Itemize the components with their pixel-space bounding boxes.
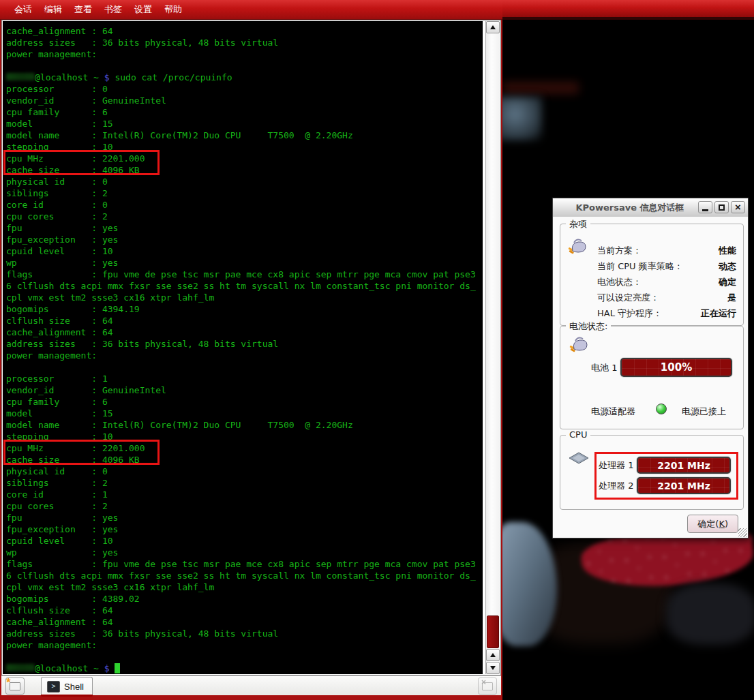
ok-button-accel: K — [719, 519, 725, 529]
misc-info-rows: 当前方案：性能当前 CPU 频率策略：动态电池状态：确定可以设定亮度：是HAL … — [597, 245, 736, 320]
info-row: 当前 CPU 频率策略：动态 — [597, 260, 736, 273]
terminal-line: fpu_exception : yes — [6, 523, 483, 535]
terminal-line: fpu : yes — [6, 222, 483, 234]
dialog-body: 杂项 当前方案：性能当前 CPU 频率策略：动态电池状态：确定可以设定亮度：是H… — [553, 217, 748, 538]
close-button[interactable] — [731, 201, 745, 213]
ok-button[interactable]: 确定(K) — [687, 515, 738, 533]
terminal-line: core id : 0 — [6, 199, 483, 211]
close-icon: × — [481, 678, 486, 687]
tab-shell[interactable]: > Shell — [41, 677, 93, 695]
terminal-line: physical id : 0 — [6, 176, 483, 187]
info-row: 电池状态：确定 — [597, 276, 736, 288]
power-led-icon — [656, 404, 667, 414]
terminal-line: model : 15 — [6, 118, 483, 130]
wallpaper-gray-shape — [666, 583, 754, 645]
terminal-line: processor : 1 — [6, 373, 483, 384]
highlight-box-cpu1-mhz — [3, 440, 160, 465]
ok-button-label-end: ) — [725, 519, 728, 529]
info-row: 可以设定亮度：是 — [597, 292, 736, 304]
battery-percent: 100% — [661, 361, 692, 374]
terminal-line: processor : 0 — [6, 83, 483, 95]
terminal-line: flags : fpu vme de pse tsc msr pae mce c… — [6, 269, 483, 280]
info-row: 当前方案：性能 — [597, 245, 736, 257]
terminal-line: cache_alignment : 64 — [6, 616, 483, 628]
terminal-line: fpu_exception : yes — [6, 234, 483, 245]
terminal-line: flags : fpu vme de pse tsc msr pae mce c… — [6, 558, 483, 570]
wallpaper-blue-fabric — [502, 522, 557, 646]
new-tab-button[interactable]: * — [5, 678, 25, 695]
obscured-username — [6, 73, 35, 80]
minimize-button[interactable] — [698, 201, 712, 213]
terminal-line: cpu cores : 2 — [6, 211, 483, 222]
terminal-line: address sizes : 36 bits physical, 48 bit… — [6, 628, 483, 639]
arrow-down-icon — [490, 666, 496, 670]
arrow-up-icon — [490, 653, 496, 657]
wallpaper-red-smear — [502, 82, 579, 94]
terminal-line: cpl vmx est tm2 ssse3 cx16 xtpr lahf_lm — [6, 581, 483, 593]
terminal-line: cpl vmx est tm2 ssse3 cx16 xtpr lahf_lm — [6, 292, 483, 303]
terminal-frame: cache_alignment : 64address sizes : 36 b… — [1, 20, 501, 675]
terminal-line: cpu cores : 2 — [6, 500, 483, 512]
window-controls — [698, 201, 745, 213]
close-tab-button[interactable]: × — [478, 678, 497, 695]
info-row: HAL 守护程序：正在运行 — [597, 307, 736, 320]
close-session-icon: × — [482, 682, 493, 690]
power-plug-icon — [569, 336, 589, 354]
terminal-line: clflush size : 64 — [6, 605, 483, 616]
misc-group-title: 杂项 — [566, 218, 590, 230]
terminal-icon: > — [47, 681, 60, 693]
terminal-line: power management: — [6, 350, 483, 361]
adapter-label: 电源适配器 — [591, 406, 635, 418]
misc-group: 杂项 当前方案：性能当前 CPU 频率策略：动态电池状态：确定可以设定亮度：是H… — [560, 224, 744, 326]
arrow-up-icon — [490, 25, 496, 29]
battery-progressbar: 100% — [620, 358, 732, 377]
terminal-line: model : 15 — [6, 408, 483, 419]
terminal-line: address sizes : 36 bits physical, 48 bit… — [6, 37, 483, 48]
kpowersave-plug-icon — [567, 238, 588, 256]
dialog-titlebar[interactable]: KPowersave 信息对话框 — [553, 198, 748, 217]
terminal-screen[interactable]: cache_alignment : 64address sizes : 36 b… — [3, 21, 483, 674]
terminal-line: fpu : yes — [6, 512, 483, 523]
background-window-menubar — [502, 0, 754, 20]
menu-item-edit[interactable]: 编辑 — [38, 0, 68, 19]
resize-grip[interactable] — [738, 528, 747, 537]
menu-item-settings[interactable]: 设置 — [128, 0, 158, 19]
terminal-scrollbar[interactable] — [485, 21, 500, 674]
terminal-line: @localhost ~ $ sudo cat /proc/cpuinfo — [6, 72, 483, 83]
terminal-line: model name : Intel(R) Core(TM)2 Duo CPU … — [6, 130, 483, 141]
battery-label: 电池 1 — [591, 362, 617, 374]
terminal-line: bogomips : 4389.02 — [6, 593, 483, 605]
wallpaper-blue-highlight — [502, 97, 542, 140]
terminal-line — [6, 651, 483, 663]
menu-item-bookmarks[interactable]: 书签 — [98, 0, 128, 19]
menu-item-view[interactable]: 查看 — [68, 0, 98, 19]
terminal-line — [6, 60, 483, 72]
menu-item-help[interactable]: 帮助 — [158, 0, 188, 19]
maximize-button[interactable] — [714, 201, 729, 213]
terminal-line: core id : 1 — [6, 489, 483, 500]
scroll-up-button-bottom[interactable] — [486, 649, 500, 661]
terminal-line: 6 clflush dts acpi mmx fxsr sse sse2 ss … — [6, 570, 483, 581]
terminal-line: power management: — [6, 639, 483, 651]
terminal-line: vendor_id : GenuineIntel — [6, 95, 483, 106]
new-session-icon: * — [10, 682, 20, 690]
terminal-line: wp : yes — [6, 257, 483, 269]
scrollbar-thumb[interactable] — [487, 615, 499, 648]
terminal-line: cache_alignment : 64 — [6, 326, 483, 338]
kpowersave-dialog: KPowersave 信息对话框 杂项 当前方案：性能当前 CPU 频率策略：动… — [552, 198, 749, 538]
maximize-icon — [719, 204, 725, 211]
terminal-line: power management: — [6, 48, 483, 60]
scroll-up-button[interactable] — [486, 21, 500, 33]
terminal-line: wp : yes — [6, 547, 483, 558]
battery-group: 电池状态: 电池 1 100% 电源适配器 电源已接上 — [560, 326, 744, 429]
terminal-line: siblings : 2 — [6, 477, 483, 489]
terminal-line — [6, 361, 483, 373]
scroll-down-button[interactable] — [486, 662, 500, 674]
terminal-line: bogomips : 4394.19 — [6, 303, 483, 315]
highlight-box-cpu-frequency — [594, 452, 738, 500]
menu-item-session[interactable]: 会话 — [8, 0, 38, 19]
terminal-line: siblings : 2 — [6, 187, 483, 199]
star-icon: * — [6, 676, 11, 690]
terminal-line: cpu family : 6 — [6, 396, 483, 408]
terminal-cursor — [115, 663, 120, 673]
